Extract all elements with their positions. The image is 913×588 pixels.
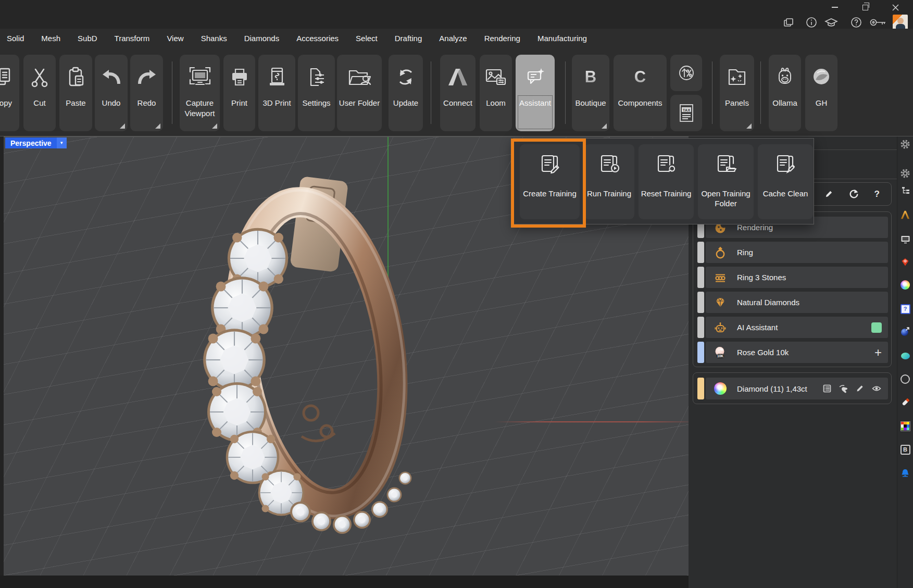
toolbar-button-update[interactable]: Update [389,55,423,131]
menu-item-mesh[interactable]: Mesh [41,34,60,43]
menu-button-run-training[interactable]: Run Training [584,144,634,219]
menubar: Solid Mesh SubD Transform View Shanks Di… [0,29,913,48]
toolbar-button-copy[interactable]: Copy [0,55,19,131]
menu-item-solid[interactable]: Solid [7,34,24,43]
right-icon-strip: ? B [897,136,913,588]
create-training-icon [520,152,580,176]
panel-gear-button[interactable] [897,139,913,150]
menu-button-create-training[interactable]: Create Training [520,144,580,219]
help-button[interactable] [849,15,864,30]
toolbar-button-gh[interactable]: GH [805,55,837,131]
toolbar-button-user-folder[interactable]: User Folder [337,55,382,131]
circle-icon [901,374,910,384]
user-avatar[interactable] [893,15,908,30]
menu-item-manufacturing[interactable]: Manufacturing [537,34,587,43]
menu-button-reset-training[interactable]: Reset Training [639,144,694,219]
education-button[interactable] [824,15,839,30]
assistant-dropdown-menu: Create Training Run Training Reset Train… [513,138,814,224]
reset-training-icon [639,152,694,176]
palette-panel-tab[interactable] [897,420,913,432]
menu-item-select[interactable]: Select [356,34,378,43]
close-button[interactable] [886,1,904,14]
toolbar-button-components[interactable]: C Components [614,55,667,131]
material-panel-tab[interactable] [897,256,913,268]
percent-up-icon [678,62,695,83]
material-label: Diamond (11) 1,43ct [737,384,807,393]
license-key-button[interactable] [868,15,889,30]
ground-plane-tab[interactable] [897,373,913,385]
menu-item-analyze[interactable]: Analyze [439,34,467,43]
toolbar-button-ollama[interactable]: Ollama [769,55,801,131]
toolbar-button-capture-viewport[interactable]: Capture Viewport [180,55,220,131]
toolbar-button-paste[interactable]: Paste [59,55,92,131]
item-drag-bar [697,267,704,288]
sidebar-item-rose-gold-10k[interactable]: 10K Rose Gold 10k + [697,342,888,363]
panel-gear-button[interactable] [897,168,913,179]
redo-icon [130,61,163,93]
airbrush-panel-tab[interactable] [897,397,913,408]
sidebar-item-natural-diamonds[interactable]: Natural Diamonds [697,292,888,313]
menu-item-view[interactable]: View [167,34,183,43]
menu-button-open-training-folder[interactable]: Open Training Folder [698,144,754,219]
toolbar-button-tax[interactable]: TAX [670,95,702,131]
menu-item-rendering[interactable]: Rendering [484,34,520,43]
environment-panel-tab[interactable] [897,350,913,361]
toolbar-button-percent-up[interactable] [670,55,702,91]
boutique-b-icon: B [901,445,910,455]
edit-pencil-icon[interactable] [824,190,833,198]
menu-item-accessories[interactable]: Accessories [296,34,339,43]
avatar-face [897,18,904,24]
sidebar-item-ring-3-stones[interactable]: Ring 3 Stones [697,267,888,288]
layers-tree-tab[interactable] [897,184,913,196]
toolbar-button-cut[interactable]: Cut [23,55,56,131]
menu-item-shanks[interactable]: Shanks [201,34,227,43]
viewport-name[interactable]: Perspective [5,137,57,148]
help-panel-tab[interactable]: ? [897,303,913,315]
copy-pages-button[interactable] [781,15,796,30]
edit-pencil-icon[interactable] [855,384,865,393]
help-box-icon: ? [901,304,910,314]
toolbar-button-3d-print[interactable]: 3D Print [258,55,295,131]
boutique-panel-tab[interactable]: B [897,444,913,455]
toolbar-button-print[interactable]: Print [223,55,255,131]
select-hand-icon[interactable] [839,384,848,393]
viewport-title[interactable]: Perspective ▼ [5,137,67,148]
gem-icon [713,295,728,310]
display-panel-tab[interactable] [897,233,913,245]
toolbar-button-redo[interactable]: Redo [130,55,163,131]
sidebar-item-ai-assistant[interactable]: AI Assistant [697,317,888,338]
menu-item-subd[interactable]: SubD [78,34,97,43]
toolbar-button-connect[interactable]: Connect [440,55,476,131]
application-window: Solid Mesh SubD Transform View Shanks Di… [0,0,913,588]
undo-icon [95,61,128,93]
render-panel-tab[interactable] [897,326,913,337]
color-panel-tab[interactable] [897,279,913,291]
restore-icon [862,5,868,10]
notification-bell-icon [901,468,910,478]
menu-item-drafting[interactable]: Drafting [395,34,422,43]
menu-item-transform[interactable]: Transform [115,34,150,43]
toolbar-button-panels[interactable]: Panels [720,55,754,131]
properties-list-icon[interactable] [822,384,832,393]
toolbar-button-settings[interactable]: Settings [298,55,335,131]
maximize-button[interactable] [856,1,874,14]
notifications-tab[interactable] [897,467,913,479]
refresh-icon[interactable] [849,189,859,199]
toolbar-button-undo[interactable]: Undo [95,55,128,131]
toolbar-button-loom[interactable]: Loom [480,55,512,131]
status-swatch-green[interactable] [871,322,882,333]
viewport-dropdown-arrow[interactable]: ▼ [57,137,67,148]
material-row-diamond[interactable]: Diamond (11) 1,43ct [697,378,888,399]
menu-button-cache-clean[interactable]: Cache Clean [758,144,813,219]
visibility-eye-icon[interactable] [871,384,882,393]
info-button[interactable] [804,15,819,30]
add-button[interactable]: + [874,346,882,359]
main-toolbar: Copy Cut Paste Undo Redo [0,48,913,136]
sidebar-item-ring[interactable]: Ring [697,242,888,263]
help-icon[interactable]: ? [874,189,880,199]
minimize-button[interactable] [826,1,844,14]
connect-panel-tab[interactable] [897,209,913,221]
toolbar-button-boutique[interactable]: B Boutique [572,55,609,131]
toolbar-button-assistant[interactable]: Assistant [516,55,555,131]
menu-item-diamonds[interactable]: Diamonds [244,34,280,43]
